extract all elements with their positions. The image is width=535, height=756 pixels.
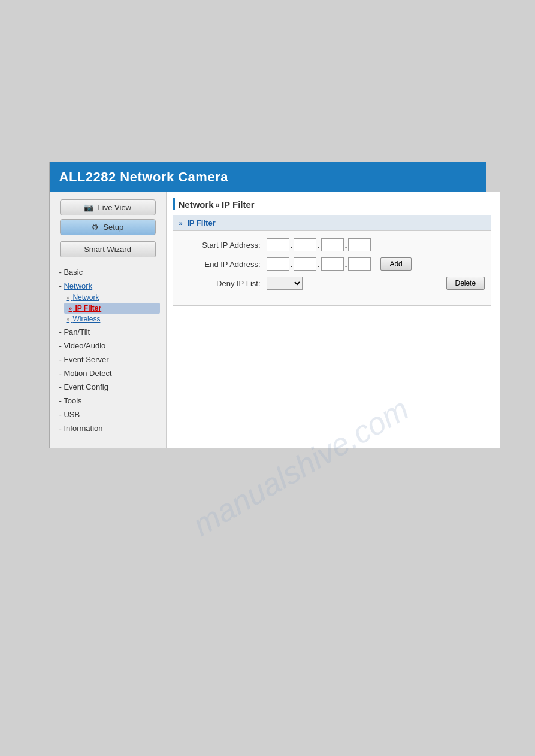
start-ip-octet4[interactable] xyxy=(348,238,371,251)
deny-ip-inputs: Delete xyxy=(267,277,485,290)
sidebar-item-videoaudio: - Video/Audio xyxy=(56,339,160,352)
sidebar-item-network[interactable]: - Network xyxy=(56,280,160,292)
nav-group-eventconfig: - Event Config xyxy=(56,381,160,393)
arrow-icon: » xyxy=(67,294,70,301)
nav-group-information: - Information xyxy=(56,422,160,435)
dot3: . xyxy=(345,241,347,250)
breadcrumb-separator: » xyxy=(216,200,220,209)
ip-filter-section: » IP Filter Start IP Address: . xyxy=(173,215,492,306)
start-ip-inputs: . . . xyxy=(267,238,371,251)
nav-group-tools: - Tools xyxy=(56,394,160,407)
end-ip-row: End IP Address: . . . Add xyxy=(183,257,485,271)
nav-group-videoaudio: - Video/Audio xyxy=(56,339,160,352)
deny-ip-row: Deny IP List: Delete xyxy=(183,277,485,290)
dot1: . xyxy=(291,241,293,250)
nav-group-motiondetect: - Motion Detect xyxy=(56,367,160,379)
sidebar-item-pantilt: - Pan/Tilt xyxy=(56,326,160,338)
section-body: Start IP Address: . . . xyxy=(173,231,491,305)
deny-ip-label: Deny IP List: xyxy=(183,279,267,288)
sidebar-item-usb: - USB xyxy=(56,408,160,421)
end-ip-inputs: . . . Add xyxy=(267,257,412,271)
page-title: ALL2282 Network Camera xyxy=(59,169,476,185)
nav-group-eventserver: - Event Server xyxy=(56,353,160,366)
sidebar-subitem-network[interactable]: » Network xyxy=(64,292,160,303)
sidebar-subitem-ipfilter[interactable]: » IP Filter xyxy=(64,303,160,314)
sidebar-item-eventconfig: - Event Config xyxy=(56,381,160,393)
breadcrumb-current: IP Filter xyxy=(222,199,255,210)
dot2: . xyxy=(318,241,320,250)
sidebar-nav: - Basic - Network » Network xyxy=(50,266,166,435)
gear-icon: ⚙ xyxy=(92,223,99,232)
section-title: IP Filter xyxy=(187,218,215,227)
nav-group-basic: - Basic xyxy=(56,266,160,278)
end-ip-octet1[interactable] xyxy=(267,257,289,271)
end-ip-label: End IP Address: xyxy=(183,260,267,269)
panel-header: ALL2282 Network Camera xyxy=(50,162,486,192)
end-ip-octet4[interactable] xyxy=(348,257,371,271)
sidebar-item-tools: - Tools xyxy=(56,394,160,407)
sidebar-item-information: - Information xyxy=(56,422,160,435)
sidebar-sub-network: » Network » IP Filter » Wireless xyxy=(56,292,160,324)
sidebar-subitem-wireless[interactable]: » Wireless xyxy=(64,314,160,324)
start-ip-octet1[interactable] xyxy=(267,238,289,251)
arrow-icon-wireless: » xyxy=(67,316,70,323)
dot5: . xyxy=(318,260,320,269)
sidebar-item-eventserver: - Event Server xyxy=(56,353,160,366)
start-ip-octet3[interactable] xyxy=(321,238,344,251)
deny-ip-dropdown[interactable] xyxy=(267,277,303,290)
delete-button[interactable]: Delete xyxy=(446,277,485,290)
breadcrumb-network: Network xyxy=(179,199,214,210)
nav-group-pantilt: - Pan/Tilt xyxy=(56,326,160,338)
camera-icon: 📷 xyxy=(84,203,93,212)
nav-group-network: - Network » Network » IP Filter xyxy=(56,280,160,324)
setup-button[interactable]: ⚙ Setup xyxy=(60,219,156,235)
add-button[interactable]: Add xyxy=(380,257,411,271)
main-content: Network » IP Filter » IP Filter xyxy=(167,192,500,448)
breadcrumb: Network » IP Filter xyxy=(173,198,492,210)
start-ip-octet2[interactable] xyxy=(294,238,316,251)
arrow-icon-active: » xyxy=(69,305,72,312)
dot4: . xyxy=(291,260,293,269)
smart-wizard-button[interactable]: Smart Wizard xyxy=(60,241,156,257)
end-ip-octet3[interactable] xyxy=(321,257,344,271)
section-header: » IP Filter xyxy=(173,215,491,231)
sidebar-item-motiondetect: - Motion Detect xyxy=(56,367,160,379)
sidebar-item-basic: - Basic xyxy=(56,266,160,278)
sidebar: 📷 Live View ⚙ Setup Smart Wizard - Basic xyxy=(50,192,167,448)
liveview-button[interactable]: 📷 Live View xyxy=(60,199,156,215)
start-ip-label: Start IP Address: xyxy=(183,241,267,250)
end-ip-octet2[interactable] xyxy=(294,257,316,271)
nav-group-usb: - USB xyxy=(56,408,160,421)
breadcrumb-bar xyxy=(173,198,175,210)
section-arrow-icon: » xyxy=(179,220,183,227)
dot6: . xyxy=(345,260,347,269)
start-ip-row: Start IP Address: . . . xyxy=(183,238,485,251)
